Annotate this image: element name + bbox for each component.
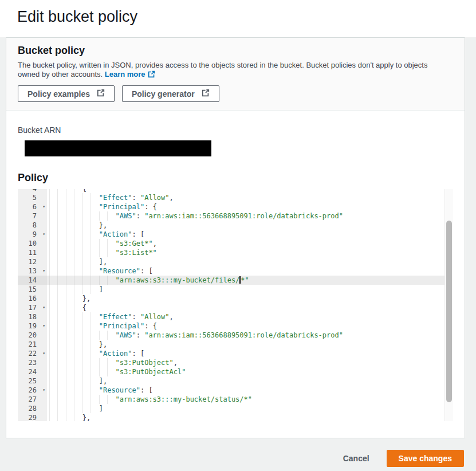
footer-actions: Cancel Save changes	[0, 450, 464, 467]
bucket-arn-value-redacted	[25, 140, 211, 156]
line-number: 4	[18, 189, 47, 193]
line-number: 7	[18, 211, 47, 221]
line-number: 16	[18, 294, 47, 303]
card-title: Bucket policy	[18, 45, 453, 57]
code-line-content: "Principal": {	[47, 321, 453, 331]
line-number: 22▾	[18, 349, 47, 358]
code-line: 13▾ "Resource": [	[18, 266, 453, 276]
code-line: 4 {	[18, 189, 453, 193]
fold-toggle-icon[interactable]: ▾	[42, 202, 45, 211]
policy-generator-button[interactable]: Policy generator	[122, 85, 219, 102]
bucket-policy-card-header: Bucket policy The bucket policy, written…	[6, 38, 465, 111]
policy-examples-button[interactable]: Policy examples	[18, 85, 115, 102]
code-line: 27 "arn:aws:s3:::my-bucket/status/*"	[18, 395, 453, 404]
bucket-policy-card: Bucket policy The bucket policy, written…	[6, 37, 465, 438]
line-number: 8	[18, 221, 47, 230]
line-number: 19▾	[18, 321, 47, 331]
line-number: 28	[18, 404, 47, 413]
code-line-content: "s3:PutObject",	[47, 358, 453, 367]
cancel-button[interactable]: Cancel	[343, 454, 369, 463]
policy-code-editor[interactable]: 4 {5 "Effect": "Allow",6▾ "Principal": {…	[18, 189, 453, 421]
code-line-content: "Action": [	[47, 230, 453, 239]
code-line-content: "Resource": [	[47, 266, 453, 276]
line-number: 10	[18, 239, 47, 248]
fold-toggle-icon[interactable]: ▾	[42, 230, 45, 239]
code-line-content: {	[47, 303, 453, 312]
editor-scrollbar[interactable]	[444, 189, 453, 421]
description-text: The bucket policy, written in JSON, prov…	[18, 61, 427, 78]
code-line: 6▾ "Principal": {	[18, 202, 453, 211]
external-link-icon	[148, 70, 155, 80]
line-number: 24	[18, 367, 47, 376]
bucket-policy-card-body: Bucket ARN Policy 4 {5 "Effect": "Allow"…	[6, 111, 465, 438]
code-line-content: "s3:List*"	[47, 248, 453, 257]
code-line: 16 },	[18, 294, 453, 303]
line-number: 11	[18, 248, 47, 257]
code-line-content: "arn:aws:s3:::my-bucket/status/*"	[47, 395, 453, 404]
code-line-content: },	[47, 340, 453, 349]
code-line-content: {	[47, 189, 453, 193]
code-line: 17▾ {	[18, 303, 453, 312]
code-line: 28 ]	[18, 404, 453, 413]
code-line: 5 "Effect": "Allow",	[18, 193, 453, 202]
code-line: 9▾ "Action": [	[18, 230, 453, 239]
fold-toggle-icon[interactable]: ▾	[42, 349, 45, 358]
line-number: 25	[18, 376, 47, 386]
line-number: 15	[18, 285, 47, 294]
fold-toggle-icon[interactable]: ▾	[42, 386, 45, 395]
line-number: 29	[18, 413, 47, 421]
code-line: 11 "s3:List*"	[18, 248, 453, 257]
code-line: 12 ],	[18, 257, 453, 266]
code-line: 10 "s3:Get*",	[18, 239, 453, 248]
external-link-icon	[97, 89, 105, 99]
code-lines-container: 4 {5 "Effect": "Allow",6▾ "Principal": {…	[18, 189, 453, 421]
save-changes-button[interactable]: Save changes	[387, 450, 464, 467]
page-title: Edit bucket policy	[17, 8, 476, 26]
external-link-icon	[202, 89, 210, 99]
code-line-content: },	[47, 413, 453, 421]
code-line-content: },	[47, 221, 453, 230]
fold-toggle-icon[interactable]: ▾	[42, 266, 45, 276]
fold-toggle-icon[interactable]: ▾	[42, 303, 45, 312]
code-line-content: "s3:PutObjectAcl"	[47, 367, 453, 376]
editor-scrollbar-thumb[interactable]	[446, 221, 452, 402]
code-line: 14 "arn:aws:s3:::my-bucket/files/*"	[18, 276, 453, 285]
line-number: 18	[18, 312, 47, 321]
page-header: Edit bucket policy	[0, 0, 476, 37]
code-line: 19▾ "Principal": {	[18, 321, 453, 331]
code-line: 24 "s3:PutObjectAcl"	[18, 367, 453, 376]
card-description: The bucket policy, written in JSON, prov…	[18, 61, 443, 80]
line-number: 14	[18, 276, 47, 285]
code-line-content: ],	[47, 376, 453, 386]
fold-toggle-icon[interactable]: ▾	[42, 321, 45, 331]
code-line-content: "Resource": [	[47, 386, 453, 395]
learn-more-label: Learn more	[105, 70, 145, 78]
learn-more-link[interactable]: Learn more	[105, 70, 155, 78]
code-line-content: "AWS": "arn:aws:iam::563668895091:role/d…	[47, 331, 453, 340]
line-number: 6▾	[18, 202, 47, 211]
line-number: 13▾	[18, 266, 47, 276]
code-line-content: "s3:Get*",	[47, 239, 453, 248]
code-line: 20 "AWS": "arn:aws:iam::563668895091:rol…	[18, 331, 453, 340]
code-line: 23 "s3:PutObject",	[18, 358, 453, 367]
code-line: 15 ]	[18, 285, 453, 294]
code-line-content: ],	[47, 257, 453, 266]
code-line-content: "arn:aws:s3:::my-bucket/files/*"	[47, 276, 453, 285]
line-number: 5	[18, 193, 47, 202]
code-line-content: ]	[47, 404, 453, 413]
code-line: 7 "AWS": "arn:aws:iam::563668895091:role…	[18, 211, 453, 221]
code-line-content: ]	[47, 285, 453, 294]
line-number: 17▾	[18, 303, 47, 312]
policy-generator-label: Policy generator	[132, 89, 195, 99]
code-line: 21 },	[18, 340, 453, 349]
code-line: 8 },	[18, 221, 453, 230]
header-buttons-row: Policy examples Policy generator	[18, 85, 453, 102]
code-line-content: "Effect": "Allow",	[47, 312, 453, 321]
line-number: 23	[18, 358, 47, 367]
code-line-content: "Action": [	[47, 349, 453, 358]
code-line: 22▾ "Action": [	[18, 349, 453, 358]
code-line-content: },	[47, 294, 453, 303]
line-number: 20	[18, 331, 47, 340]
line-number: 26▾	[18, 386, 47, 395]
code-line-content: "Effect": "Allow",	[47, 193, 453, 202]
